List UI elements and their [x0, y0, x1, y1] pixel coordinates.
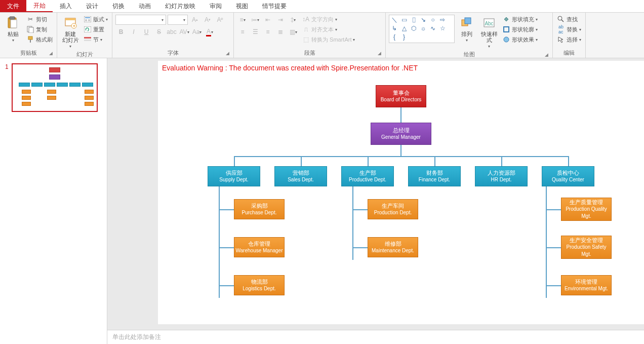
- new-slide-button[interactable]: ✦ 新建 幻灯片 ▾: [60, 15, 80, 50]
- arrange-icon: [460, 16, 474, 30]
- shapes-gallery[interactable]: ＼ ▭ ⌷ ↘ ○ ⇨ ↳ △ ⬡ ☼ ∿ ☆ { }: [389, 15, 455, 43]
- spacing-button[interactable]: AV▾: [179, 27, 190, 37]
- group-editing: 查找 abac替换▾ 选择▾ 编辑: [553, 13, 586, 58]
- sun-shape-icon[interactable]: ☼: [419, 25, 427, 32]
- quick-styles-button[interactable]: Abc 快速样式▾: [479, 15, 499, 50]
- dialog-launcher-icon[interactable]: ◢: [545, 52, 548, 57]
- arrange-button[interactable]: 排列▾: [457, 15, 477, 44]
- org-node-sub[interactable]: 生产安全管理Production Safety Mgt.: [561, 236, 612, 259]
- textbox-shape-icon[interactable]: ⌷: [410, 16, 418, 23]
- underline-button[interactable]: U: [141, 27, 152, 37]
- slide[interactable]: Evaluation Warning : The document was cr…: [158, 61, 644, 324]
- align-center-button[interactable]: ☰: [250, 27, 261, 37]
- star-shape-icon[interactable]: ☆: [438, 25, 447, 32]
- tab-transition[interactable]: 切换: [105, 0, 132, 12]
- shape-outline-button[interactable]: 形状轮廓▾: [501, 25, 539, 34]
- change-case-button[interactable]: Aa▾: [191, 27, 203, 37]
- org-node-sub[interactable]: 维修部Maintenance Dept.: [368, 237, 418, 257]
- tab-animation[interactable]: 动画: [132, 0, 158, 12]
- bold-button[interactable]: B: [115, 27, 127, 37]
- smartart-button[interactable]: ⬚转换为 SmartArt▾: [301, 35, 356, 44]
- org-node-sub[interactable]: 生产车间Production Dept.: [368, 199, 418, 219]
- hexagon-shape-icon[interactable]: ⬡: [410, 25, 418, 32]
- org-node-root[interactable]: 董事会Board of Directors: [376, 85, 426, 107]
- reset-button[interactable]: 重置: [83, 25, 109, 34]
- org-node-dept[interactable]: 质检中心Quality Center: [542, 166, 594, 186]
- align-right-button[interactable]: ≡: [262, 27, 273, 37]
- paste-button[interactable]: 粘贴 ▾: [3, 15, 23, 44]
- tab-insert[interactable]: 插入: [53, 0, 79, 12]
- dialog-launcher-icon[interactable]: ◢: [226, 51, 229, 56]
- brace2-shape-icon[interactable]: }: [400, 33, 408, 41]
- brace-shape-icon[interactable]: {: [390, 33, 398, 41]
- shape-effects-button[interactable]: 形状效果▾: [501, 35, 539, 44]
- org-node-sub[interactable]: 环境管理Environmental Mgt.: [561, 275, 612, 295]
- curve-shape-icon[interactable]: ∿: [429, 25, 437, 32]
- oval-shape-icon[interactable]: ○: [429, 16, 437, 23]
- svg-rect-13: [85, 19, 87, 21]
- numbering-button[interactable]: ≔▾: [250, 15, 261, 25]
- org-node-dept[interactable]: 生产部Productive Dept.: [341, 166, 394, 186]
- org-node-dept[interactable]: 人力资源部HR Dept.: [475, 166, 528, 186]
- justify-button[interactable]: ≣: [275, 27, 286, 37]
- replace-button[interactable]: abac替换▾: [556, 25, 582, 34]
- svg-rect-22: [504, 27, 509, 32]
- tab-design[interactable]: 设计: [79, 0, 105, 12]
- copy-button[interactable]: 复制: [25, 25, 54, 34]
- org-node-sub[interactable]: 采购部Purchase Dept.: [234, 199, 285, 219]
- reset-icon: [84, 25, 92, 33]
- tab-start[interactable]: 开始: [26, 0, 53, 12]
- increase-indent-button[interactable]: ⇥: [275, 15, 286, 25]
- org-node-gm[interactable]: 总经理General Manager: [371, 123, 431, 145]
- tab-slideshow[interactable]: 幻灯片放映: [158, 0, 203, 12]
- align-text-button[interactable]: ⎍对齐文本▾: [301, 25, 356, 34]
- arrow-shape-icon[interactable]: ↘: [419, 16, 427, 23]
- find-icon: [557, 15, 565, 23]
- line-shape-icon[interactable]: ＼: [390, 16, 398, 23]
- dialog-launcher-icon[interactable]: ◢: [378, 51, 381, 56]
- format-painter-button[interactable]: 格式刷: [25, 35, 54, 44]
- shadow-button[interactable]: abc: [166, 27, 177, 37]
- text-direction-button[interactable]: ↕A文字方向▾: [301, 15, 356, 24]
- scissors-icon: ✂: [26, 15, 34, 23]
- increase-font-icon[interactable]: A▴: [189, 15, 200, 25]
- org-node-sub[interactable]: 生产质量管理Production Quality Mgt.: [561, 198, 612, 221]
- chevron-shape-icon[interactable]: ⇨: [438, 16, 447, 23]
- org-node-sub[interactable]: 仓库管理Warehouse Manager: [234, 237, 285, 257]
- find-button[interactable]: 查找: [556, 15, 582, 24]
- slide-thumbnail[interactable]: [12, 63, 98, 112]
- clear-format-icon[interactable]: Aᵉ: [215, 15, 226, 25]
- bullets-button[interactable]: ≡▾: [237, 15, 248, 25]
- svg-rect-1: [10, 17, 15, 19]
- font-size-combo[interactable]: ▾: [168, 15, 188, 25]
- tab-review[interactable]: 审阅: [203, 0, 229, 12]
- line-spacing-button[interactable]: ‡▾: [288, 15, 299, 25]
- rect-shape-icon[interactable]: ▭: [400, 16, 408, 23]
- align-left-button[interactable]: ≡: [237, 27, 248, 37]
- decrease-font-icon[interactable]: A▾: [202, 15, 213, 25]
- dialog-launcher-icon[interactable]: ◢: [49, 51, 53, 56]
- org-node-dept[interactable]: 财务部Finance Dept.: [408, 166, 461, 186]
- layout-button[interactable]: 版式▾: [83, 15, 109, 24]
- org-node-sub[interactable]: 物流部Logistics Dept.: [234, 275, 285, 295]
- triangle-shape-icon[interactable]: △: [400, 25, 408, 32]
- tab-view[interactable]: 视图: [229, 0, 255, 12]
- select-button[interactable]: 选择▾: [556, 35, 582, 44]
- italic-button[interactable]: I: [128, 27, 139, 37]
- tab-file[interactable]: 文件: [0, 0, 26, 12]
- notes-pane[interactable]: 单击此处添加备注: [107, 330, 644, 344]
- font-name-combo[interactable]: ▾: [115, 15, 166, 25]
- shape-fill-button[interactable]: 形状填充▾: [501, 15, 539, 24]
- new-slide-icon: ✦: [63, 16, 77, 30]
- tab-storyline[interactable]: 情节提要: [255, 0, 294, 12]
- svg-rect-15: [84, 26, 91, 32]
- section-button[interactable]: 节▾: [83, 35, 109, 44]
- cut-button[interactable]: ✂剪切: [25, 15, 54, 24]
- org-node-dept[interactable]: 营销部Sales Dept.: [274, 166, 327, 186]
- font-color-button[interactable]: A▾: [204, 27, 215, 37]
- strike-button[interactable]: S: [153, 27, 165, 37]
- elbow-shape-icon[interactable]: ↳: [390, 25, 398, 32]
- columns-button[interactable]: ▥▾: [288, 27, 299, 37]
- decrease-indent-button[interactable]: ⇤: [262, 15, 273, 25]
- org-node-dept[interactable]: 供应部Supply Dept.: [208, 166, 260, 186]
